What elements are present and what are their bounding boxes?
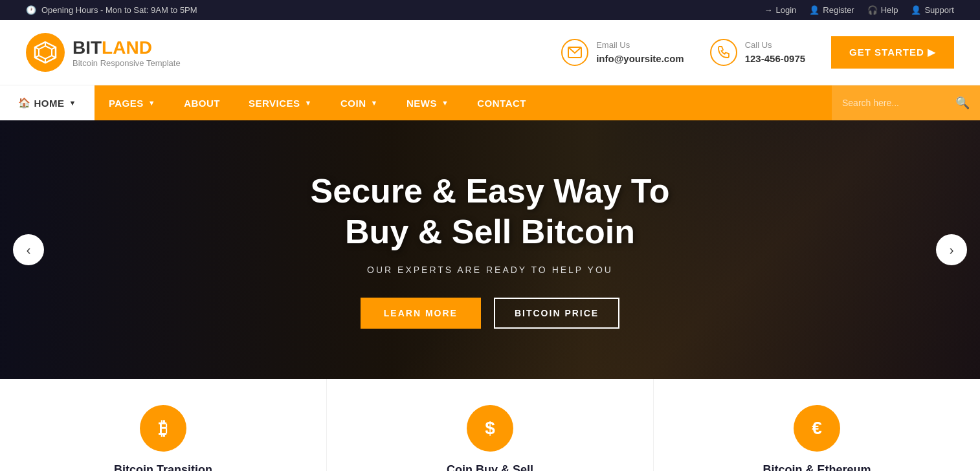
register-link[interactable]: 👤 Register (809, 5, 854, 15)
slider-next-button[interactable]: › (936, 234, 967, 265)
svg-marker-1 (39, 46, 52, 59)
nav-services[interactable]: SERVICES ▼ (234, 85, 326, 120)
nav-about[interactable]: ABOUT (170, 85, 234, 120)
logo-icon (26, 33, 65, 72)
phone-icon (717, 46, 730, 59)
header-contact: Email Us info@yoursite.com Call Us 123-4… (561, 36, 954, 69)
coin-dropdown-arrow: ▼ (371, 99, 378, 107)
phone-icon-wrap (710, 39, 737, 66)
news-dropdown-arrow: ▼ (441, 99, 449, 107)
brand-tagline: Bitcoin Responsive Template (72, 58, 181, 68)
search-input[interactable] (842, 93, 955, 113)
nav-news-label: NEWS (406, 98, 437, 109)
login-label: Login (775, 5, 796, 15)
email-icon (568, 47, 582, 58)
brand-bit: BIT (72, 38, 102, 58)
nav-contact-label: CONTACT (477, 98, 526, 109)
email-value: info@yoursite.com (596, 52, 684, 65)
help-link[interactable]: 🎧 Help (867, 5, 898, 15)
bitcoin-icon-circle: ₿ (140, 405, 186, 452)
feature-card-ethereum: € Bitcoin & Ethereum (654, 379, 980, 471)
hero-subtitle: OUR EXPERTS ARE READY TO HELP YOU (311, 265, 670, 275)
pages-dropdown-arrow: ▼ (148, 99, 155, 107)
nav-search[interactable]: 🔍 (832, 85, 980, 120)
logo-text: BITLAND Bitcoin Responsive Template (72, 38, 181, 68)
nav-coin[interactable]: COIN ▼ (326, 85, 392, 120)
feature-coin-title: Coin Buy & Sell (346, 463, 634, 471)
help-label: Help (881, 5, 898, 15)
help-icon: 🎧 (867, 5, 878, 15)
phone-label: Call Us (745, 39, 805, 51)
hero-buttons: LEARN MORE BITCOIN PRICE (311, 298, 670, 329)
email-info: Email Us info@yoursite.com (596, 39, 684, 65)
support-label: Support (924, 5, 954, 15)
top-bar: 🕐 Opening Hours - Mon to Sat: 9AM to 5PM… (0, 0, 980, 20)
features-row: ₿ Bitcoin Transition $ Coin Buy & Sell €… (0, 379, 980, 471)
opening-hours-text: Opening Hours - Mon to Sat: 9AM to 5PM (41, 5, 197, 15)
top-bar-links: → Login 👤 Register 🎧 Help 👤 Support (764, 5, 954, 15)
coin-icon-circle: $ (467, 405, 513, 452)
support-icon: 👤 (911, 5, 921, 15)
register-icon: 👤 (809, 5, 819, 15)
phone-value: 123-456-0975 (745, 52, 805, 65)
get-started-button[interactable]: GET STARTED ▶ (831, 36, 954, 69)
feature-ethereum-title: Bitcoin & Ethereum (673, 463, 961, 471)
email-label: Email Us (596, 39, 684, 51)
email-contact: Email Us info@yoursite.com (561, 39, 684, 66)
support-link[interactable]: 👤 Support (911, 5, 954, 15)
navigation: 🏠 HOME ▼ PAGES ▼ ABOUT SERVICES ▼ COIN ▼… (0, 85, 980, 120)
opening-hours: 🕐 Opening Hours - Mon to Sat: 9AM to 5PM (26, 5, 197, 15)
hero-title-line1: Secure & Easy Way To (311, 172, 670, 210)
nav-services-label: SERVICES (249, 98, 300, 109)
services-dropdown-arrow: ▼ (305, 99, 312, 107)
home-dropdown-arrow: ▼ (69, 99, 76, 107)
nav-contact[interactable]: CONTACT (463, 85, 540, 120)
ethereum-icon-circle: € (794, 405, 840, 452)
feature-card-coin: $ Coin Buy & Sell (327, 379, 654, 471)
nav-home-label: HOME (34, 98, 65, 109)
hero-title: Secure & Easy Way To Buy & Sell Bitcoin (311, 171, 670, 252)
nav-pages[interactable]: PAGES ▼ (95, 85, 170, 120)
nav-coin-label: COIN (340, 98, 366, 109)
login-icon: → (764, 5, 772, 15)
clock-icon: 🕐 (26, 5, 36, 15)
phone-info: Call Us 123-456-0975 (745, 39, 805, 65)
register-label: Register (823, 5, 854, 15)
bitcoin-price-button[interactable]: BITCOIN PRICE (494, 298, 619, 329)
email-icon-wrap (561, 39, 588, 66)
feature-card-bitcoin: ₿ Bitcoin Transition (0, 379, 327, 471)
nav-news[interactable]: NEWS ▼ (392, 85, 463, 120)
header: BITLAND Bitcoin Responsive Template Emai… (0, 20, 980, 85)
home-icon: 🏠 (18, 97, 31, 109)
bitcoin-icon: ₿ (159, 418, 168, 439)
slider-prev-button[interactable]: ‹ (13, 234, 44, 265)
logo-svg (34, 41, 57, 64)
nav-about-label: ABOUT (184, 98, 220, 109)
dollar-icon: $ (485, 418, 495, 439)
feature-bitcoin-title: Bitcoin Transition (19, 463, 307, 471)
nav-home[interactable]: 🏠 HOME ▼ (0, 85, 95, 120)
brand-land: LAND (102, 38, 152, 58)
logo[interactable]: BITLAND Bitcoin Responsive Template (26, 33, 181, 72)
phone-contact: Call Us 123-456-0975 (710, 39, 805, 66)
learn-more-button[interactable]: LEARN MORE (361, 298, 481, 329)
login-link[interactable]: → Login (764, 5, 796, 15)
hero-section: ‹ Secure & Easy Way To Buy & Sell Bitcoi… (0, 120, 980, 379)
euro-icon: € (812, 418, 822, 439)
hero-content: Secure & Easy Way To Buy & Sell Bitcoin … (298, 132, 683, 367)
nav-pages-label: PAGES (109, 98, 144, 109)
search-icon[interactable]: 🔍 (955, 96, 970, 110)
hero-title-line2: Buy & Sell Bitcoin (345, 213, 635, 250)
